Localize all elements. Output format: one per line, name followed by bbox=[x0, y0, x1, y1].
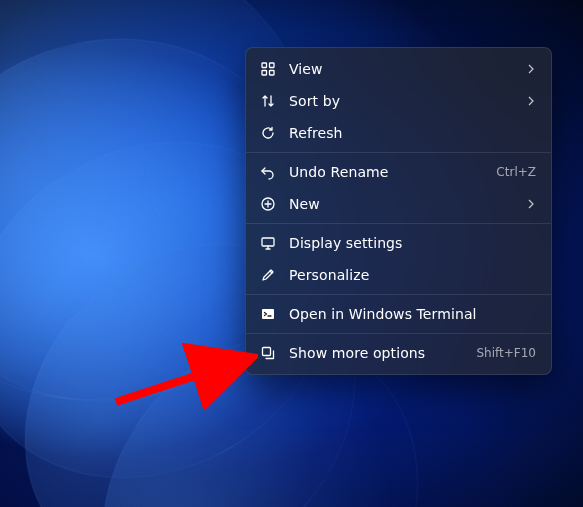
desktop-context-menu: View Sort by Refresh Undo Rename Ctrl+Z … bbox=[245, 47, 552, 375]
display-icon bbox=[259, 234, 277, 252]
menu-label: Show more options bbox=[289, 345, 464, 361]
menu-shortcut: Shift+F10 bbox=[476, 346, 536, 360]
chevron-right-icon bbox=[526, 96, 536, 106]
new-icon bbox=[259, 195, 277, 213]
svg-rect-6 bbox=[262, 309, 274, 319]
show-more-icon bbox=[259, 344, 277, 362]
svg-rect-0 bbox=[262, 63, 267, 68]
menu-separator bbox=[246, 152, 551, 153]
menu-label: Display settings bbox=[289, 235, 536, 251]
menu-item-personalize[interactable]: Personalize bbox=[251, 259, 546, 291]
personalize-icon bbox=[259, 266, 277, 284]
menu-label: View bbox=[289, 61, 514, 77]
menu-item-view[interactable]: View bbox=[251, 53, 546, 85]
chevron-right-icon bbox=[526, 64, 536, 74]
svg-rect-7 bbox=[263, 348, 271, 356]
menu-item-refresh[interactable]: Refresh bbox=[251, 117, 546, 149]
menu-separator bbox=[246, 294, 551, 295]
menu-item-display-settings[interactable]: Display settings bbox=[251, 227, 546, 259]
terminal-icon bbox=[259, 305, 277, 323]
view-icon bbox=[259, 60, 277, 78]
svg-rect-2 bbox=[262, 71, 267, 76]
menu-label: New bbox=[289, 196, 514, 212]
menu-label: Personalize bbox=[289, 267, 536, 283]
sort-icon bbox=[259, 92, 277, 110]
menu-label: Refresh bbox=[289, 125, 536, 141]
menu-shortcut: Ctrl+Z bbox=[496, 165, 536, 179]
menu-separator bbox=[246, 333, 551, 334]
menu-item-undo[interactable]: Undo Rename Ctrl+Z bbox=[251, 156, 546, 188]
menu-item-show-more[interactable]: Show more options Shift+F10 bbox=[251, 337, 546, 369]
menu-label: Undo Rename bbox=[289, 164, 484, 180]
refresh-icon bbox=[259, 124, 277, 142]
menu-item-sort[interactable]: Sort by bbox=[251, 85, 546, 117]
menu-item-new[interactable]: New bbox=[251, 188, 546, 220]
svg-rect-3 bbox=[270, 71, 275, 76]
undo-icon bbox=[259, 163, 277, 181]
chevron-right-icon bbox=[526, 199, 536, 209]
svg-rect-1 bbox=[270, 63, 275, 68]
menu-label: Sort by bbox=[289, 93, 514, 109]
menu-label: Open in Windows Terminal bbox=[289, 306, 536, 322]
svg-rect-5 bbox=[262, 238, 274, 246]
menu-item-terminal[interactable]: Open in Windows Terminal bbox=[251, 298, 546, 330]
menu-separator bbox=[246, 223, 551, 224]
